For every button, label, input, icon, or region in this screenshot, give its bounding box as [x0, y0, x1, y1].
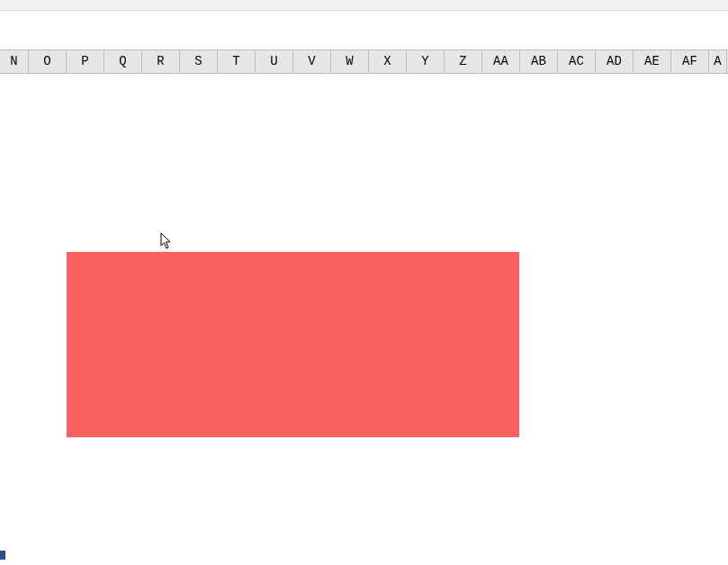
toolbar-strip [0, 0, 728, 11]
column-header-af[interactable]: AF [671, 50, 709, 73]
column-header-x[interactable]: X [369, 50, 407, 73]
column-header-y[interactable]: Y [407, 50, 445, 73]
column-header-ae[interactable]: AE [634, 50, 671, 73]
column-header-n[interactable]: N [0, 50, 29, 73]
column-header-p[interactable]: P [67, 50, 104, 73]
column-header-z[interactable]: Z [445, 50, 482, 73]
formula-bar[interactable] [0, 11, 728, 49]
column-header-ad[interactable]: AD [596, 50, 634, 73]
column-header-v[interactable]: V [293, 50, 331, 73]
column-header-aa[interactable]: AA [482, 50, 520, 73]
spreadsheet-grid[interactable] [0, 74, 728, 565]
filled-cell-range[interactable] [67, 252, 519, 437]
column-header-o[interactable]: O [29, 50, 67, 73]
column-header-q[interactable]: Q [104, 50, 142, 73]
column-header-ab[interactable]: AB [520, 50, 558, 73]
column-header-u[interactable]: U [256, 50, 293, 73]
column-header-r[interactable]: R [142, 50, 180, 73]
column-header-t[interactable]: T [218, 50, 256, 73]
bottom-left-mark [0, 551, 5, 560]
column-header-s[interactable]: S [180, 50, 218, 73]
column-header-ac[interactable]: AC [558, 50, 596, 73]
column-header-row: NOPQRSTUVWXYZAAABACADAEAFA [0, 49, 728, 74]
column-header-w[interactable]: W [331, 50, 369, 73]
column-header-a[interactable]: A [709, 50, 727, 73]
